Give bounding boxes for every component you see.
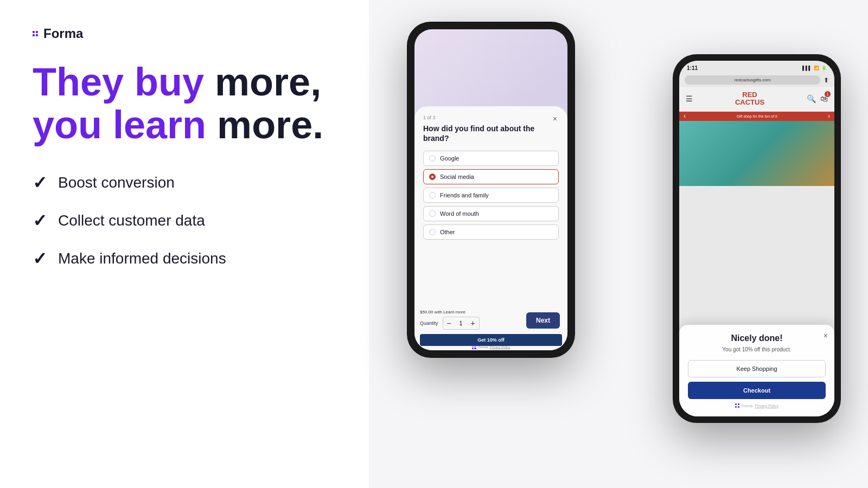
product-price: $50.00 with Learn more [420,310,562,314]
feature-text-3: Make informed decisions [58,250,226,267]
qty-plus-button[interactable]: + [467,317,479,329]
radio-dot-friends [429,192,436,198]
footer-text: Forma [478,345,488,349]
radio-dot-other [429,229,436,235]
option-social-label: Social media [440,174,474,180]
success-footer-forma: Forma [742,404,752,408]
status-icons: ▌▌▌ 📶 🔋 [802,66,827,70]
url-bar[interactable]: redcactusgifts.com [685,75,820,85]
option-other[interactable]: Other [423,224,559,240]
qty-display: 1 [455,320,467,326]
feature-item-1: ✓ Boost conversion [33,172,336,193]
option-google[interactable]: Google [423,151,559,166]
add-to-cart-button[interactable]: Get 10% off [420,334,562,346]
checkmark-icon-3: ✓ [33,248,47,269]
survey-phone: × 1 of 3 How did you find out about the … [407,22,575,358]
radio-dot-google [429,155,436,162]
store-logo: REDCACTUS [735,91,764,107]
option-word-of-mouth[interactable]: Word of mouth [423,206,559,221]
survey-phone-inner: × 1 of 3 How did you find out about the … [414,29,567,350]
feature-text-1: Boost conversion [58,174,175,191]
headline: They buy more, you learn more. [33,61,336,146]
headline-line2-purple: you learn [33,103,206,146]
survey-footer: Forma Privacy Policy [414,345,567,349]
forma-logo-icon [33,31,38,36]
privacy-link[interactable]: Privacy Policy [490,345,510,349]
forma-success-icon [735,403,739,408]
survey-question: How did you find out about the brand? [423,124,559,143]
promo-arrow-left[interactable]: ‹ [684,112,686,120]
close-icon: × [553,114,557,123]
hamburger-menu-icon[interactable]: ☰ [686,94,693,103]
quantity-control: − 1 + [443,317,480,330]
feature-text-2: Collect customer data [58,212,205,229]
qty-minus-button[interactable]: − [443,317,455,329]
promo-arrow-right[interactable]: › [828,112,830,120]
survey-close-button[interactable]: × [550,114,560,124]
right-panel: × 1 of 3 How did you find out about the … [369,0,868,488]
wifi-icon: 📶 [814,66,819,70]
store-header: ☰ REDCACTUS 🔍 🛍 1 [679,87,834,112]
cart-count: 1 [825,91,831,97]
headline-line1-dark: more, [204,60,321,104]
headline-line1-purple: They buy [33,60,204,104]
features-list: ✓ Boost conversion ✓ Collect customer da… [33,172,336,269]
signal-icon: ▌▌▌ [802,66,812,70]
success-phone: 1:11 ▌▌▌ 📶 🔋 redcactusgifts.com ⬆ ☰ REDC… [673,54,841,423]
keep-shopping-button[interactable]: Keep Shopping [688,360,826,377]
success-close-button[interactable]: × [824,331,828,340]
option-friends-family[interactable]: Friends and family [423,188,559,203]
product-area: $50.00 with Learn more Quantity − 1 + Ge… [414,307,567,350]
checkmark-icon-2: ✓ [33,210,47,231]
forma-footer-icon [472,345,476,349]
promo-text: Gift shop for the ton of it [737,114,777,118]
checkmark-icon-1: ✓ [33,172,47,193]
option-wom-label: Word of mouth [440,210,479,217]
quantity-label: Quantity [420,320,438,326]
option-friends-label: Friends and family [440,192,489,198]
success-privacy-link[interactable]: Privacy Policy [755,404,778,408]
status-bar: 1:11 ▌▌▌ 📶 🔋 [679,61,834,73]
radio-dot-social [429,174,436,180]
logo: Forma [33,26,336,41]
survey-step: 1 of 3 [423,115,559,120]
feature-item-3: ✓ Make informed decisions [33,248,336,269]
phone-container: × 1 of 3 How did you find out about the … [396,11,841,477]
option-social-media[interactable]: Social media [423,169,559,184]
status-time: 1:11 [687,65,698,71]
radio-dot-wom [429,210,436,217]
headline-line2-dark: more. [206,103,323,146]
success-phone-inner: 1:11 ▌▌▌ 📶 🔋 redcactusgifts.com ⬆ ☰ REDC… [679,61,834,416]
feature-item-2: ✓ Collect customer data [33,210,336,231]
success-desc: You got 10% off this product. [688,346,826,352]
browser-bar: redcactusgifts.com ⬆ [679,73,834,87]
option-google-label: Google [440,155,459,162]
store-icons: 🔍 🛍 1 [807,94,828,104]
search-icon[interactable]: 🔍 [807,94,816,103]
battery-icon: 🔋 [821,66,827,70]
option-other-label: Other [440,229,455,235]
success-title: Nicely done! [688,333,826,343]
promo-banner: ‹ Gift shop for the ton of it › [679,112,834,121]
quantity-row: Quantity − 1 + [420,317,562,330]
store-body [679,121,834,186]
left-panel: Forma They buy more, you learn more. ✓ B… [0,0,369,488]
logo-text: Forma [43,26,83,41]
cart-badge[interactable]: 🛍 1 [820,94,828,104]
share-icon[interactable]: ⬆ [824,76,829,84]
checkout-button[interactable]: Checkout [688,382,826,399]
success-modal: × Nicely done! You got 10% off this prod… [679,325,834,416]
success-footer: Forma Privacy Policy [688,403,826,408]
